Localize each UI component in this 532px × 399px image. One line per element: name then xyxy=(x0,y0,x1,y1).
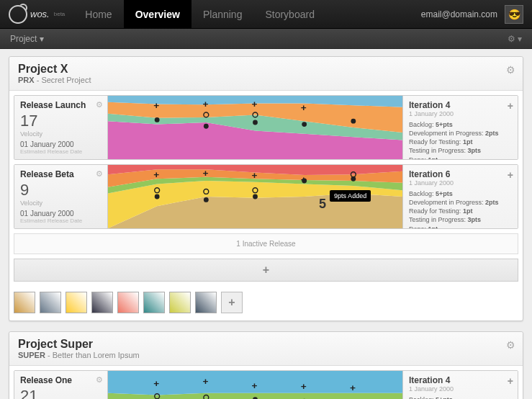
main-nav: HomeOverviewPlanningStoryboard xyxy=(73,0,326,29)
iteration-panel: + Iteration 4 1 January 2000 Backlog: 5+… xyxy=(402,96,518,159)
svg-text:+: + xyxy=(153,169,159,180)
release-chart[interactable]: ++++9pts Added5 xyxy=(108,165,402,228)
sub-bar: Project ▾ ⚙ ▾ xyxy=(0,29,532,49)
iteration-stat: Testing in Progress: 3pts xyxy=(409,215,512,224)
svg-text:+: + xyxy=(301,102,307,113)
velocity-label: Velocity xyxy=(20,130,102,138)
logo[interactable]: wos. beta xyxy=(9,5,65,24)
team-avatar[interactable] xyxy=(14,292,35,313)
release-chart[interactable]: ++++ xyxy=(108,96,402,159)
svg-text:+: + xyxy=(301,174,307,185)
svg-text:+: + xyxy=(202,376,208,387)
project-subtitle: PRX - Secret Project xyxy=(18,76,514,84)
chevron-down-icon: ▾ xyxy=(40,34,44,44)
svg-point-9 xyxy=(253,120,258,125)
project-card: Project X PRX - Secret Project ⚙ ⚙ Relea… xyxy=(9,56,523,321)
gear-icon[interactable]: ⚙ ▾ xyxy=(508,34,522,44)
plus-icon[interactable]: + xyxy=(508,375,513,387)
plus-icon[interactable]: + xyxy=(508,169,513,181)
nav-storyboard[interactable]: Storyboard xyxy=(253,0,325,29)
team-avatar[interactable] xyxy=(195,292,217,313)
release-date-label: Estimated Release Date xyxy=(20,218,102,224)
add-member-button[interactable]: + xyxy=(221,292,243,313)
nav-home[interactable]: Home xyxy=(73,0,123,29)
iteration-stat: Backlog: 5+pts xyxy=(409,120,512,129)
release-name: Release Launch xyxy=(20,100,102,110)
team-avatar[interactable] xyxy=(40,292,61,313)
svg-text:+: + xyxy=(252,380,258,391)
svg-point-26 xyxy=(204,197,209,202)
inactive-releases[interactable]: 1 Inactive Release xyxy=(14,233,518,254)
user-area: email@domain.com 😎 xyxy=(421,5,523,24)
logo-icon xyxy=(9,5,27,24)
content-area: Project X PRX - Secret Project ⚙ ⚙ Relea… xyxy=(0,49,532,399)
add-release-button[interactable]: + xyxy=(14,259,518,282)
iteration-panel: + Iteration 6 1 January 2000 Backlog: 5+… xyxy=(402,165,518,228)
project-title: Project X xyxy=(18,63,514,76)
release-info: ⚙ Release One 21 Velocity xyxy=(14,371,108,399)
svg-text:+: + xyxy=(301,381,307,392)
project-subtitle: SUPER - Better than Lorem Ipsum xyxy=(18,351,514,359)
svg-point-25 xyxy=(155,194,160,200)
release-name: Release Beta xyxy=(20,169,102,179)
logo-text: wos. xyxy=(30,9,50,19)
gear-icon[interactable]: ⚙ xyxy=(96,375,103,385)
release-date: 01 January 2000 xyxy=(20,140,102,148)
project-card: Project Super SUPER - Better than Lorem … xyxy=(9,331,523,399)
release-row: ⚙ Release One 21 Velocity +++++ + Iterat… xyxy=(14,370,518,399)
team-avatar[interactable] xyxy=(91,292,113,313)
team-avatar[interactable] xyxy=(66,292,87,313)
velocity-label: Velocity xyxy=(20,200,102,207)
release-velocity: 17 xyxy=(20,112,102,130)
iteration-title: Iteration 4 xyxy=(409,375,512,385)
iteration-title: Iteration 4 xyxy=(409,100,512,110)
release-chart[interactable]: +++++ xyxy=(108,371,402,399)
iteration-stat: Development in Progress: 2pts xyxy=(409,129,512,138)
plus-icon[interactable]: + xyxy=(508,100,513,112)
user-email[interactable]: email@domain.com xyxy=(421,9,497,19)
iteration-date: 1 January 2000 xyxy=(409,385,512,393)
nav-planning[interactable]: Planning xyxy=(191,0,254,29)
gear-icon[interactable]: ⚙ xyxy=(506,339,515,351)
iteration-title: Iteration 6 xyxy=(409,169,512,179)
user-avatar[interactable]: 😎 xyxy=(505,5,523,24)
beta-label: beta xyxy=(54,11,66,17)
iteration-stat: Ready for Testing: 1pt xyxy=(409,138,512,146)
release-info: ⚙ Release Launch 17 Velocity 01 January … xyxy=(14,96,108,159)
iteration-stat: Done: 1pt xyxy=(409,225,512,229)
release-name: Release One xyxy=(20,375,102,385)
release-row: ⚙ Release Beta 9 Velocity 01 January 200… xyxy=(14,164,518,229)
chart-annotation-number: 5 xyxy=(319,197,326,212)
gear-icon[interactable]: ⚙ xyxy=(506,64,515,76)
iteration-date: 1 January 2000 xyxy=(409,179,512,187)
svg-text:+: + xyxy=(252,170,258,181)
gear-icon[interactable]: ⚙ xyxy=(96,169,103,179)
team-avatar[interactable] xyxy=(117,292,139,313)
project-header: Project Super SUPER - Better than Lorem … xyxy=(9,332,523,366)
project-title: Project Super xyxy=(18,338,514,351)
release-velocity: 21 xyxy=(20,387,102,399)
svg-text:+: + xyxy=(350,382,356,393)
iteration-date: 1 January 2000 xyxy=(409,110,512,117)
svg-point-10 xyxy=(302,122,307,127)
release-row: ⚙ Release Launch 17 Velocity 01 January … xyxy=(14,95,518,160)
svg-text:+: + xyxy=(153,378,159,389)
svg-point-8 xyxy=(204,124,209,129)
release-info: ⚙ Release Beta 9 Velocity 01 January 200… xyxy=(14,165,108,228)
svg-point-11 xyxy=(351,119,356,124)
iteration-stat: Backlog: 5+pts xyxy=(409,189,512,198)
iteration-stat: Backlog: 5+pts xyxy=(409,395,512,399)
gear-icon[interactable]: ⚙ xyxy=(96,100,103,109)
team-avatars: + xyxy=(9,286,523,320)
svg-text:+: + xyxy=(153,100,159,111)
iteration-stat: Testing in Progress: 3pts xyxy=(409,146,512,155)
release-velocity: 9 xyxy=(20,181,102,200)
svg-text:+: + xyxy=(252,99,258,109)
iteration-stat: Development in Progress: 2pts xyxy=(409,198,512,207)
team-avatar[interactable] xyxy=(169,292,191,313)
iteration-stat: Ready for Testing: 1pt xyxy=(409,207,512,215)
nav-overview[interactable]: Overview xyxy=(124,0,191,29)
project-dropdown[interactable]: Project ▾ xyxy=(10,34,44,44)
svg-point-27 xyxy=(253,194,258,200)
team-avatar[interactable] xyxy=(143,292,165,313)
